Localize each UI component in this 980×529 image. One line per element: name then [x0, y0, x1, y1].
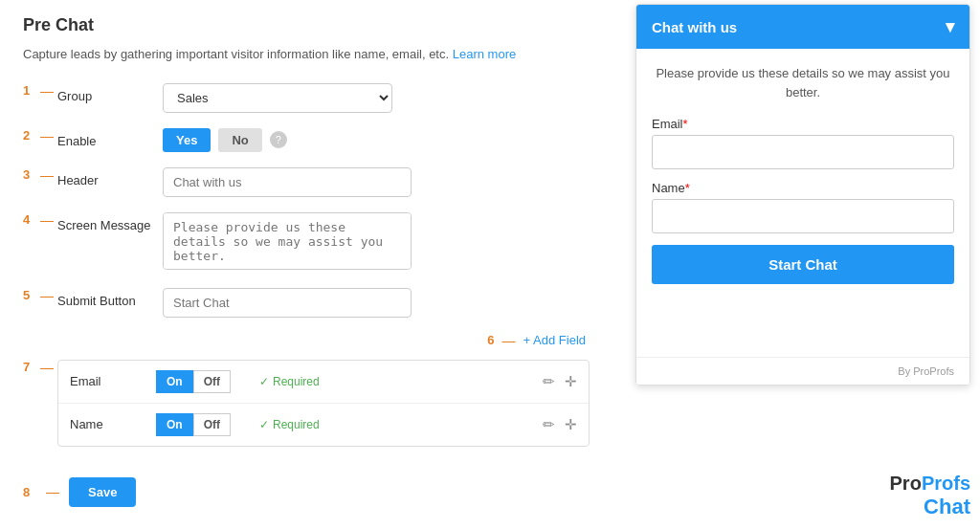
- chat-name-input[interactable]: [652, 199, 954, 233]
- step-8: 8: [23, 485, 36, 499]
- submit-button-input[interactable]: [163, 288, 412, 318]
- right-panel: Chat with us ▾ Please provide us these d…: [612, 0, 980, 529]
- description: Capture leads by gathering important vis…: [23, 45, 590, 64]
- chat-header: Chat with us ▾: [636, 5, 969, 49]
- start-chat-button[interactable]: Start Chat: [652, 245, 954, 284]
- email-off-button[interactable]: Off: [193, 370, 231, 393]
- name-required-badge: ✓ Required: [240, 418, 533, 431]
- screen-message-row: 4 — Screen Message: [23, 212, 590, 273]
- brand-pro: Pro: [890, 473, 922, 494]
- left-panel: Pre Chat Capture leads by gathering impo…: [0, 0, 612, 529]
- header-input[interactable]: [163, 167, 412, 197]
- name-field-row: Name On Off ✓ Required ✏ ✛: [58, 404, 589, 446]
- step-1: 1: [23, 83, 36, 98]
- email-field-name: Email: [70, 374, 146, 388]
- fields-section: 7 — Email On Off ✓ Required ✏ ✛: [23, 360, 590, 462]
- enable-toggle-group: Yes No ?: [163, 128, 287, 152]
- name-required-star: *: [685, 181, 690, 195]
- screen-message-control: [163, 212, 590, 273]
- group-row: 1 — Group Sales: [23, 83, 590, 113]
- enable-label: Enable: [57, 128, 163, 148]
- email-edit-button[interactable]: ✏: [543, 373, 555, 390]
- add-field-row: 6 — + Add Field: [23, 333, 590, 348]
- header-control: [163, 167, 590, 197]
- name-off-button[interactable]: Off: [193, 413, 231, 436]
- chat-widget: Chat with us ▾ Please provide us these d…: [635, 4, 970, 386]
- save-row: 8 — Save: [23, 477, 590, 507]
- name-drag-button[interactable]: ✛: [565, 416, 577, 433]
- group-select[interactable]: Sales: [163, 83, 392, 113]
- chat-footer: By ProProfs: [636, 357, 969, 385]
- submit-button-label: Submit Button: [57, 288, 163, 308]
- fields-table: Email On Off ✓ Required ✏ ✛ Name On: [57, 360, 590, 447]
- learn-more-link[interactable]: Learn more: [453, 47, 516, 61]
- chat-name-label: Name*: [652, 181, 954, 195]
- screen-message-input[interactable]: [163, 212, 412, 270]
- step-7: 7: [23, 360, 36, 374]
- group-control: Sales: [163, 83, 590, 113]
- email-drag-button[interactable]: ✛: [565, 373, 577, 390]
- brand-chat: Chat: [890, 495, 970, 519]
- email-field-row: Email On Off ✓ Required ✏ ✛: [58, 361, 589, 404]
- screen-message-label: Screen Message: [57, 212, 163, 232]
- chat-email-input[interactable]: [652, 135, 954, 169]
- proprofs-brand: ProProfs Chat: [890, 472, 970, 519]
- step-5: 5: [23, 288, 36, 302]
- step-2: 2: [23, 128, 36, 143]
- submit-button-control: [163, 288, 590, 318]
- brand-profs: Profs: [922, 473, 970, 494]
- chat-chevron-icon[interactable]: ▾: [946, 16, 954, 37]
- group-label: Group: [57, 83, 163, 103]
- chat-body: Please provide us these details so we ma…: [636, 49, 969, 357]
- email-actions: ✏ ✛: [543, 373, 577, 390]
- chat-email-label: Email*: [652, 117, 954, 131]
- chat-header-title: Chat with us: [652, 19, 737, 35]
- save-button[interactable]: Save: [69, 477, 136, 507]
- help-icon[interactable]: ?: [270, 131, 287, 148]
- step-4: 4: [23, 212, 36, 227]
- name-on-button[interactable]: On: [156, 413, 193, 436]
- page-title: Pre Chat: [23, 15, 590, 35]
- no-button[interactable]: No: [218, 128, 261, 152]
- add-field-button[interactable]: + Add Field: [523, 333, 586, 347]
- email-on-off: On Off: [156, 370, 231, 393]
- name-on-off: On Off: [156, 413, 231, 436]
- enable-row: 2 — Enable Yes No ?: [23, 128, 590, 152]
- email-required-star: *: [683, 117, 688, 131]
- header-row: 3 — Header: [23, 167, 590, 197]
- name-edit-button[interactable]: ✏: [543, 416, 555, 433]
- step-6: 6: [487, 333, 494, 347]
- yes-button[interactable]: Yes: [163, 128, 211, 152]
- chat-subtitle: Please provide us these details so we ma…: [652, 64, 954, 101]
- submit-button-row: 5 — Submit Button: [23, 288, 590, 318]
- email-required-badge: ✓ Required: [240, 375, 533, 388]
- header-label: Header: [57, 167, 163, 187]
- email-on-button[interactable]: On: [156, 370, 193, 393]
- name-actions: ✏ ✛: [543, 416, 577, 433]
- step-3: 3: [23, 167, 36, 182]
- name-field-name: Name: [70, 417, 146, 431]
